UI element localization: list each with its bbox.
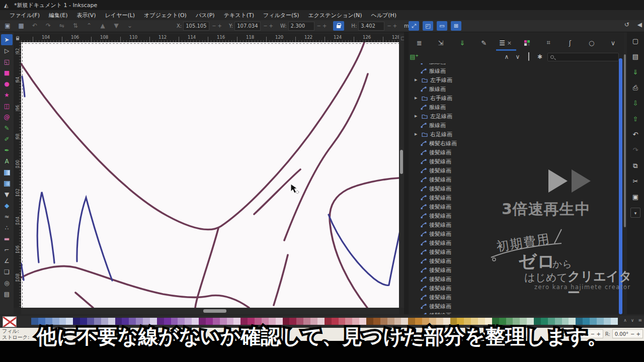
palette-swatch[interactable] xyxy=(429,318,436,325)
lower-bottom-icon[interactable]: ⌄ xyxy=(125,21,134,30)
palette-swatch[interactable] xyxy=(534,318,541,325)
palette-swatch[interactable] xyxy=(80,318,87,325)
layer-row[interactable]: 後髪線画 xyxy=(410,193,619,202)
palette-swatch[interactable] xyxy=(157,318,164,325)
layer-row[interactable]: 後髪線画 xyxy=(410,166,619,175)
dock-splitter[interactable] xyxy=(404,32,409,314)
palette-swatch[interactable] xyxy=(569,318,576,325)
palette-swatch[interactable] xyxy=(129,318,136,325)
palette-swatch[interactable] xyxy=(150,318,157,325)
menu-item-5[interactable]: パス(P) xyxy=(191,11,219,20)
paint-bucket-tool[interactable]: ◆ xyxy=(1,200,13,211)
move-up-button[interactable]: ∧ xyxy=(501,53,512,60)
artwork-path[interactable] xyxy=(21,42,364,230)
artwork-path[interactable] xyxy=(75,293,93,308)
palette-swatch[interactable] xyxy=(317,318,325,325)
palette-swatch[interactable] xyxy=(457,318,464,325)
layer-row[interactable]: 服線画 xyxy=(410,103,619,112)
palette-swatch[interactable] xyxy=(555,318,562,325)
palette-swatch[interactable] xyxy=(520,318,527,325)
palette-swatch[interactable] xyxy=(562,318,569,325)
canvas-horizontal-scrollbar[interactable] xyxy=(21,308,399,314)
add-layer-button[interactable]: ▤⁺ xyxy=(409,53,420,60)
palette-swatch[interactable] xyxy=(59,318,66,325)
copy-icon[interactable]: ⧉ xyxy=(630,161,640,171)
layer-row[interactable]: 後髪線画 xyxy=(410,302,619,311)
palette-swatch[interactable] xyxy=(394,318,401,325)
menu-item-9[interactable]: ヘルプ(H) xyxy=(366,11,401,20)
palette-swatch[interactable] xyxy=(401,318,408,325)
menu-item-4[interactable]: オブジェクト(O) xyxy=(139,11,191,20)
vertical-ruler[interactable]: 92949698100102104106108 xyxy=(14,42,21,308)
palette-swatch[interactable] xyxy=(415,318,422,325)
palette-swatch[interactable] xyxy=(339,318,346,325)
layer-row[interactable]: ▶ 左手線画 xyxy=(410,75,619,84)
layer-row[interactable]: 後髪線画 xyxy=(410,148,619,157)
redo-icon[interactable]: ↷ xyxy=(630,145,640,155)
h-scroll-thumb[interactable] xyxy=(203,309,226,313)
scale-corners-toggle[interactable]: ◰ xyxy=(423,21,433,31)
menu-item-0[interactable]: ファイル(F) xyxy=(5,11,44,20)
palette-swatch[interactable] xyxy=(269,318,276,325)
layer-row[interactable]: 後髪線画 xyxy=(410,247,619,256)
text-tool[interactable]: A xyxy=(1,156,13,167)
shape-builder-tool[interactable]: ◱ xyxy=(1,56,13,67)
layer-row[interactable]: 後髪線画 xyxy=(410,293,619,302)
lock-ratio-button[interactable] xyxy=(333,21,344,31)
palette-swatch[interactable] xyxy=(115,318,122,325)
print-icon[interactable]: ⎙ xyxy=(630,83,640,93)
palette-swatch[interactable] xyxy=(506,318,513,325)
fill-stroke-tab[interactable]: ✎ xyxy=(473,36,495,50)
palette-swatch[interactable] xyxy=(499,318,506,325)
w-steppers[interactable]: −+ xyxy=(317,23,329,29)
layer-row[interactable]: 後髪線画 xyxy=(410,157,619,166)
palette-swatch[interactable] xyxy=(485,318,492,325)
x-steppers[interactable]: −+ xyxy=(212,23,223,29)
save-icon[interactable]: ⇓ xyxy=(630,67,640,77)
refresh-icon[interactable]: ↺ xyxy=(624,21,629,28)
flip-vertical-icon[interactable]: ⇅ xyxy=(71,21,80,30)
collapse-toolbar-icon[interactable]: ◀ xyxy=(637,21,642,28)
palette-swatch[interactable] xyxy=(248,318,255,325)
swatches-tab[interactable] xyxy=(516,36,538,50)
rotation-field[interactable]: 0.00°− + xyxy=(612,329,643,338)
palette-swatch[interactable] xyxy=(192,318,199,325)
deselect-icon[interactable]: ▦ xyxy=(17,21,26,30)
expander-icon[interactable]: ▶ xyxy=(415,78,419,82)
star-tool[interactable]: ★ xyxy=(1,89,13,101)
palette-swatch[interactable] xyxy=(73,318,80,325)
scale-stroke-toggle[interactable]: ⤢ xyxy=(409,21,419,31)
raise-icon[interactable]: ▲ xyxy=(98,21,107,30)
layer-row[interactable]: 後髪線画 xyxy=(410,265,619,275)
scale-patterns-toggle[interactable]: ⊞ xyxy=(451,21,461,31)
layer-row[interactable]: 服線画 xyxy=(410,121,619,130)
palette-swatch[interactable] xyxy=(66,318,73,325)
layer-row[interactable]: 後髪線画 xyxy=(410,202,619,211)
palette-swatch[interactable] xyxy=(471,318,478,325)
find-tab[interactable]: ○ xyxy=(581,36,602,50)
selector-tool[interactable]: ➤ xyxy=(1,34,13,45)
palette-swatch[interactable] xyxy=(548,318,555,325)
layer-row[interactable]: 後髪線画 xyxy=(410,184,619,193)
export-tab[interactable]: ⇲ xyxy=(430,36,452,50)
palette-swatch[interactable] xyxy=(359,318,366,325)
cut-icon[interactable]: ✂ xyxy=(630,176,640,187)
palette-swatch[interactable] xyxy=(380,318,387,325)
ruler-lock-corner[interactable] xyxy=(14,34,21,42)
palette-swatch[interactable] xyxy=(283,318,290,325)
ellipse-tool[interactable]: ● xyxy=(1,78,13,89)
w-input[interactable] xyxy=(288,22,314,31)
palette-swatch[interactable] xyxy=(240,318,248,325)
rotate-cw-icon[interactable]: ↷ xyxy=(44,21,53,30)
palette-swatch[interactable] xyxy=(289,318,296,325)
palette-scroll-up-icon[interactable]: ∧ xyxy=(623,318,627,323)
palette-swatch[interactable] xyxy=(332,318,339,325)
close-dialog-icon[interactable]: × xyxy=(507,40,512,46)
palette-swatch[interactable] xyxy=(492,318,499,325)
eraser-tool[interactable]: ▬ xyxy=(1,233,13,244)
open-icon[interactable]: ▤ xyxy=(630,52,640,62)
no-color-swatch[interactable] xyxy=(3,316,17,327)
mesh-tool[interactable] xyxy=(1,178,13,189)
palette-swatch[interactable] xyxy=(31,318,38,325)
node-tool[interactable]: ▷ xyxy=(1,45,13,56)
